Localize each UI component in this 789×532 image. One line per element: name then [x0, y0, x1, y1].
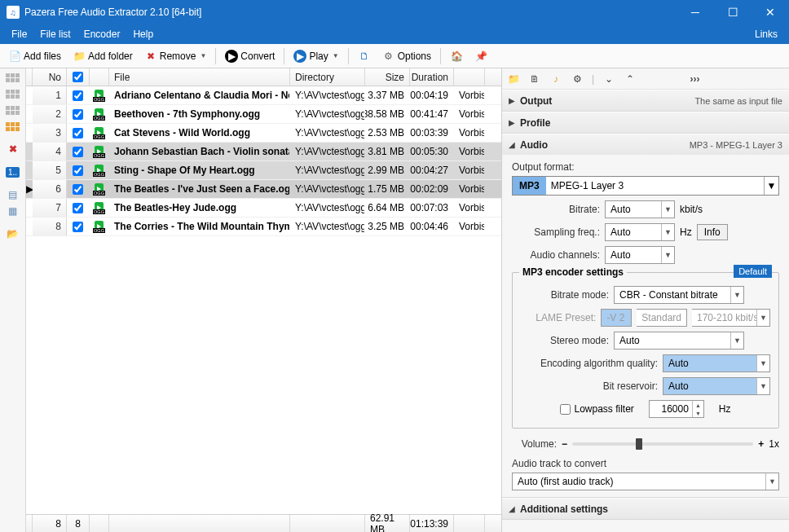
table-row[interactable]: 5Sting - Shape Of My Heart.oggY:\AV\vcte…	[26, 161, 501, 180]
add-folder-button[interactable]: 📁Add folder	[68, 48, 138, 64]
table-row[interactable]: ▶6The Beatles - I've Just Seen a Face.og…	[26, 180, 501, 199]
volume-slider[interactable]	[572, 442, 753, 446]
folder-button[interactable]: 📂	[3, 226, 23, 241]
table-row[interactable]: 7The Beatles-Hey Jude.oggY:\AV\vctest\og…	[26, 199, 501, 218]
row-checkbox[interactable]	[73, 109, 83, 120]
table-header: No File Directory Size Duration	[26, 68, 501, 86]
save-icon[interactable]: 🗎	[528, 73, 541, 86]
section-profile-header[interactable]: ▶ Profile	[502, 112, 789, 133]
col-format[interactable]	[454, 68, 485, 86]
cell-check[interactable]	[67, 218, 90, 235]
output-format-combo[interactable]: MP3 MPEG-1 Layer 3 ▼	[512, 176, 779, 196]
open-folder-icon[interactable]: 📁	[507, 73, 520, 86]
spin-up-icon[interactable]: ▲	[693, 401, 703, 409]
lowpass-checkbox[interactable]	[560, 404, 571, 415]
maximize-button[interactable]: ☐	[714, 0, 752, 24]
add-files-button[interactable]: 📄Add files	[3, 48, 66, 64]
delete-button[interactable]: ✖	[3, 142, 23, 156]
minimize-button[interactable]: ─	[677, 0, 714, 24]
close-button[interactable]: ✕	[752, 0, 789, 24]
enc-quality-combo[interactable]: Auto▼	[663, 354, 770, 372]
table-body[interactable]: 1Adriano Celentano & Claudia Mori - No..…	[26, 86, 501, 514]
select-all-button[interactable]	[3, 70, 23, 85]
menu-help[interactable]: Help	[126, 26, 160, 42]
info-button[interactable]: Info	[697, 224, 728, 240]
play-button[interactable]: ▶Play▼	[289, 48, 343, 64]
col-duration[interactable]: Duration	[410, 68, 454, 86]
more-icon[interactable]: ›››	[689, 73, 702, 86]
row-checkbox[interactable]	[73, 147, 83, 157]
list-button[interactable]: ▤	[3, 187, 23, 202]
select-none-button[interactable]	[3, 86, 23, 101]
cell-dur: 00:03:39	[410, 124, 454, 142]
cell-check[interactable]	[67, 124, 90, 142]
chevron-down-icon: ▼	[764, 177, 778, 195]
remove-button[interactable]: ✖Remove▼	[139, 48, 212, 64]
volume-minus-button[interactable]: −	[562, 438, 567, 450]
cell-check[interactable]	[67, 199, 90, 217]
lowpass-checkbox-label[interactable]: Lowpass filter	[560, 403, 633, 415]
lowpass-input[interactable]	[650, 401, 692, 417]
bitrate-combo[interactable]: Auto▼	[605, 200, 675, 218]
cell-check[interactable]	[67, 161, 90, 179]
invert-button[interactable]	[3, 103, 23, 117]
bitrate-mode-combo[interactable]: CBR - Constant bitrate▼	[614, 286, 744, 304]
ogg-file-icon	[95, 108, 104, 120]
view-grid-button[interactable]	[3, 119, 23, 134]
menu-file[interactable]: File	[5, 26, 33, 42]
convert-button[interactable]: ▶Convert	[220, 48, 280, 64]
table-row[interactable]: 1Adriano Celentano & Claudia Mori - No..…	[26, 86, 501, 105]
row-checkbox[interactable]	[73, 184, 83, 195]
default-button[interactable]: Default	[734, 265, 772, 278]
cell-check[interactable]	[67, 86, 90, 104]
row-checkbox[interactable]	[73, 90, 83, 101]
row-checkbox[interactable]	[73, 128, 83, 138]
section-output-header[interactable]: ▶ Output The same as input file	[502, 90, 789, 111]
expand-icon[interactable]: ⌄	[602, 73, 615, 86]
cell-check[interactable]	[67, 105, 90, 123]
music-icon[interactable]: ♪	[549, 73, 562, 86]
jump-button[interactable]: 1..	[3, 165, 23, 179]
cell-icon	[90, 161, 109, 179]
titlebar: ♫ Pazera Free Audio Extractor 2.10 [64-b…	[0, 0, 789, 24]
col-no[interactable]: No	[33, 68, 67, 86]
audio-track-combo[interactable]: Auto (first audio track)▼	[512, 473, 779, 490]
volume-plus-button[interactable]: +	[758, 438, 764, 450]
profile-button[interactable]: 🗋	[353, 48, 376, 64]
options-button[interactable]: ⚙Options	[377, 48, 436, 64]
audio-track-label: Audio track to convert	[512, 458, 779, 469]
channels-combo[interactable]: Auto▼	[605, 246, 675, 264]
row-checkbox[interactable]	[73, 165, 83, 176]
cell-check[interactable]	[67, 143, 90, 160]
row-checkbox[interactable]	[73, 222, 83, 232]
home-button[interactable]: 🏠	[445, 48, 468, 64]
col-check[interactable]	[67, 68, 90, 86]
stereo-mode-combo[interactable]: Auto▼	[614, 332, 744, 350]
collapse-icon[interactable]: ⌃	[624, 73, 637, 86]
table-row[interactable]: 8The Corries - The Wild Mountain Thyme..…	[26, 218, 501, 236]
section-additional-header[interactable]: ◢ Additional settings	[502, 498, 789, 519]
check-all[interactable]	[73, 72, 83, 82]
col-file[interactable]: File	[109, 68, 290, 86]
col-directory[interactable]: Directory	[290, 68, 365, 86]
cell-check[interactable]	[67, 180, 90, 198]
details-button[interactable]: ▦	[3, 204, 23, 218]
bit-reservoir-combo[interactable]: Auto▼	[663, 377, 770, 395]
spin-down-icon[interactable]: ▼	[693, 409, 703, 417]
table-row[interactable]: 2Beethoven - 7th Symphony.oggY:\AV\vctes…	[26, 105, 501, 124]
col-size[interactable]: Size	[365, 68, 410, 86]
menu-links[interactable]: Links	[748, 26, 784, 42]
table-row[interactable]: 4Johann Sebastian Bach - Violin sonata .…	[26, 143, 501, 161]
table-row[interactable]: 3Cat Stevens - Wild World.oggY:\AV\vctes…	[26, 124, 501, 143]
pin-button[interactable]: 📌	[469, 48, 492, 64]
section-audio-header[interactable]: ◢ Audio MP3 - MPEG-1 Layer 3	[502, 134, 789, 155]
gear-icon[interactable]: ⚙	[571, 73, 584, 86]
menu-encoder[interactable]: Encoder	[77, 26, 127, 42]
slider-thumb[interactable]	[636, 438, 642, 450]
convert-icon: ▶	[225, 50, 238, 63]
row-checkbox[interactable]	[73, 203, 83, 213]
lowpass-spinner[interactable]: ▲▼	[649, 400, 704, 418]
menu-file-list[interactable]: File list	[33, 26, 77, 42]
sampling-combo[interactable]: Auto▼	[605, 223, 675, 241]
chevron-down-icon: ▼	[200, 52, 206, 59]
